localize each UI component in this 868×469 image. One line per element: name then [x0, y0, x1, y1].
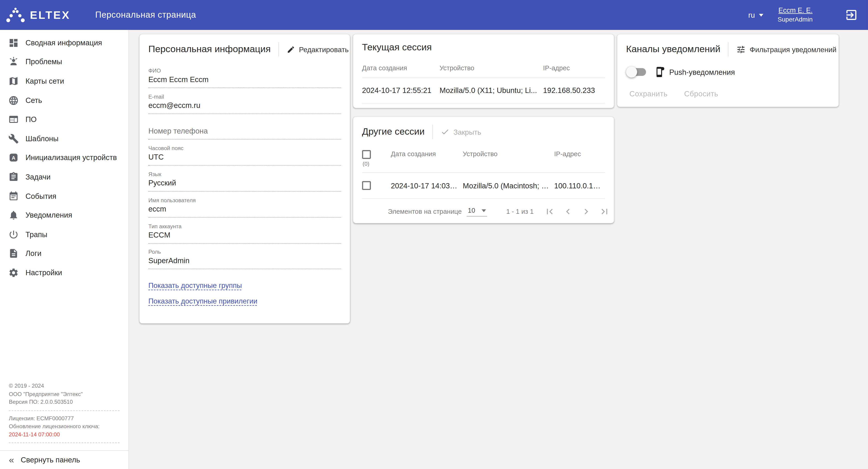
next-page-button[interactable]: [580, 205, 592, 217]
main-content: Персональная информация Редактировать ФИ…: [129, 30, 868, 469]
session-ip: 192.168.50.233: [543, 86, 605, 95]
wrench-icon: [8, 133, 19, 144]
collapse-panel-button[interactable]: « Свернуть панель: [0, 450, 128, 469]
edit-button-label: Редактировать: [299, 45, 348, 54]
current-session-row: 2024-10-17 12:55:21 Mozilla/5.0 (X11; Ub…: [362, 78, 605, 104]
sidebar-item-label: Карты сети: [25, 77, 64, 85]
sidebar-item-software[interactable]: ПО: [0, 110, 128, 129]
sidebar-item-label: Настройки: [25, 269, 62, 277]
items-per-page-select[interactable]: 10: [467, 206, 487, 216]
sidebar-item-label: Шаблоны: [25, 135, 58, 143]
push-notification-icon: [654, 66, 665, 78]
sidebar-item-network[interactable]: Сеть: [0, 91, 128, 110]
language-value: ru: [748, 11, 755, 19]
last-page-button[interactable]: [598, 205, 611, 217]
field-role: Роль SuperAdmin: [148, 243, 341, 269]
first-page-button[interactable]: [544, 205, 556, 217]
show-groups-link[interactable]: Показать доступные группы: [148, 282, 341, 290]
items-per-page-label: Элементов на странице: [388, 208, 462, 215]
globe-icon: [8, 95, 19, 106]
personal-info-title: Персональная информация: [148, 44, 271, 55]
row-checkbox[interactable]: [362, 181, 371, 190]
sidebar-item-logs[interactable]: Логи: [0, 244, 128, 263]
divider: [728, 42, 728, 57]
current-session-card: Текущая сессия Дата создания Устройство …: [353, 34, 614, 108]
field-fio: ФИО Eccm Eccm Eccm: [148, 62, 341, 88]
tune-icon: [736, 45, 746, 54]
check-icon: [441, 127, 450, 136]
sidebar-item-events[interactable]: События: [0, 186, 128, 206]
session-created: 2024-10-17 14:03:29: [391, 181, 463, 190]
svg-text:A: A: [11, 155, 15, 161]
field-language: Язык Русский: [148, 166, 341, 192]
field-email: E-mail eccm@eccm.ru: [148, 88, 341, 114]
software-icon: [8, 114, 19, 125]
sidebar-footer: © 2019 - 2024 ООО "Предприятие "Элтекс" …: [0, 379, 128, 450]
divider: [432, 125, 433, 139]
license-update-label: Обновление лицензионного ключа:: [9, 422, 120, 431]
copyright-text: © 2019 - 2024: [9, 382, 120, 390]
show-privileges-link[interactable]: Показать доступные привилегии: [148, 297, 341, 305]
field-phone: Номер телефона: [148, 114, 341, 140]
sidebar-item-network-maps[interactable]: Карты сети: [0, 71, 128, 91]
user-menu[interactable]: Eccm E. E. SuperAdmin: [778, 6, 813, 24]
field-timezone: Часовой пояс UTC: [148, 140, 341, 166]
close-sessions-label: Закрыть: [453, 128, 481, 136]
chevron-down-icon: [482, 209, 487, 212]
sidebar-item-label: События: [25, 192, 56, 200]
auto-init-icon: A: [8, 152, 19, 164]
license-text: Лицензия: ECMF0000777: [9, 415, 120, 422]
logout-button[interactable]: [845, 8, 858, 22]
sidebar-item-templates[interactable]: Шаблоны: [0, 129, 128, 148]
push-toggle[interactable]: [628, 68, 646, 76]
sidebar-item-label: Проблемы: [25, 58, 62, 66]
other-sessions-title: Другие сессии: [362, 126, 425, 137]
sidebar-item-notifications[interactable]: Уведомления: [0, 206, 128, 225]
select-all-checkbox[interactable]: [362, 150, 371, 159]
sidebar-item-traps[interactable]: Трапы: [0, 225, 128, 244]
sidebar-item-tasks[interactable]: Задачи: [0, 167, 128, 186]
close-sessions-button[interactable]: Закрыть: [441, 127, 481, 136]
bell-icon: [8, 210, 19, 221]
eltex-logo-mark-icon: [5, 7, 25, 23]
paginator: Элементов на странице 10 1 - 1 из 1: [353, 199, 614, 223]
sidebar-item-label: Уведомления: [25, 211, 72, 219]
notification-channels-card: Каналы уведомлений Фильтрация уведомлени…: [617, 34, 839, 107]
app-root: ELTEX Персональная страница ru Eccm E. E…: [0, 0, 868, 469]
field-account-type: Тип аккаунта ECCM: [148, 217, 341, 243]
session-device: Mozilla/5.0 (Macintosh; Inte...: [463, 181, 554, 190]
sidebar-item-label: Логи: [25, 250, 41, 258]
problems-icon: [8, 56, 19, 67]
edit-button[interactable]: Редактировать: [287, 45, 349, 54]
sidebar: Сводная информация Проблемы Карты сети: [0, 30, 129, 469]
divider: [9, 410, 120, 411]
notification-filter-button[interactable]: Фильтрация уведомлений: [736, 45, 837, 54]
current-session-title: Текущая сессия: [362, 42, 432, 53]
network-map-icon: [8, 76, 19, 87]
divider: [9, 442, 120, 443]
license-update-date: 2024-11-14 07:00:00: [9, 431, 120, 439]
pencil-icon: [287, 45, 295, 54]
sidebar-item-settings[interactable]: Настройки: [0, 263, 128, 283]
events-icon: [8, 190, 19, 202]
sidebar-item-summary[interactable]: Сводная информация: [0, 33, 128, 53]
tasks-icon: [8, 171, 19, 182]
notification-channels-title: Каналы уведомлений: [626, 44, 720, 55]
sidebar-item-device-init[interactable]: A Инициализация устройств: [0, 148, 128, 168]
sidebar-item-label: Инициализация устройств: [25, 154, 117, 162]
language-selector[interactable]: ru: [748, 11, 763, 19]
other-session-row: 2024-10-17 14:03:29 Mozilla/5.0 (Macinto…: [362, 173, 605, 199]
sidebar-item-problems[interactable]: Проблемы: [0, 52, 128, 71]
eltex-logo[interactable]: ELTEX: [5, 7, 83, 23]
previous-page-button[interactable]: [562, 205, 574, 217]
other-sessions-table-header: (0) Дата создания Устройство IP-адрес: [362, 144, 605, 173]
user-name-link[interactable]: Eccm E. E.: [778, 6, 813, 15]
save-button[interactable]: Сохранить: [629, 90, 668, 98]
sidebar-item-label: ПО: [25, 115, 36, 124]
reset-button[interactable]: Сбросить: [684, 90, 718, 98]
selected-count: (0): [363, 161, 386, 167]
logs-icon: [8, 248, 19, 259]
version-text: Версия ПО: 2.0.0.503510: [9, 398, 120, 406]
logout-icon: [845, 8, 858, 22]
notification-filter-label: Фильтрация уведомлений: [750, 45, 837, 54]
